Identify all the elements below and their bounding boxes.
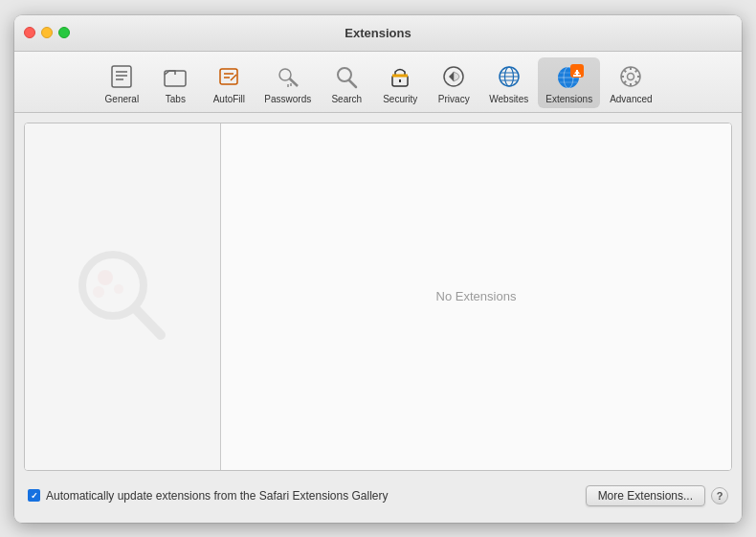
tab-passwords[interactable]: Passwords [256,57,319,108]
title-bar: Extensions [14,15,742,52]
tab-autofill-label: AutoFill [213,94,245,104]
passwords-icon [273,61,303,92]
advanced-icon [615,61,646,92]
tab-search[interactable]: Search [321,57,372,108]
tab-search-label: Search [331,94,362,104]
search-icon [331,61,362,92]
right-panel: No Extensions [221,123,731,470]
tab-extensions-label: Extensions [545,94,592,104]
privacy-icon [438,61,469,92]
svg-point-44 [114,284,123,294]
bottom-left: ✓ Automatically update extensions from t… [28,489,389,503]
empty-state-magnifier [65,239,180,354]
left-panel [25,123,221,470]
panels: No Extensions [24,123,732,471]
tab-privacy[interactable]: Privacy [428,57,479,108]
window: Extensions General Ta [14,15,742,523]
traffic-lights [24,27,70,38]
tab-websites-label: Websites [489,94,528,104]
svg-point-43 [98,270,113,285]
minimize-button[interactable] [41,27,53,38]
svg-line-38 [635,80,637,82]
maximize-button[interactable] [58,27,70,38]
tabs-icon [160,61,190,92]
svg-line-39 [635,70,637,72]
extensions-icon [554,61,585,92]
content-area: No Extensions ✓ Automatically update ext… [14,113,742,523]
security-icon [385,61,415,92]
tab-advanced-label: Advanced [610,94,652,104]
tab-privacy-label: Privacy [438,94,470,104]
no-extensions-label: No Extensions [436,289,517,303]
auto-update-checkbox-container[interactable]: ✓ Automatically update extensions from t… [28,489,389,503]
svg-line-42 [135,308,161,335]
tab-security[interactable]: Security [374,57,426,108]
tab-general[interactable]: General [96,57,147,108]
tab-security-label: Security [383,94,417,104]
window-title: Extensions [345,26,411,40]
tab-autofill[interactable]: AutoFill [203,57,255,108]
help-button[interactable]: ? [711,487,728,504]
svg-rect-0 [112,66,131,87]
tab-passwords-label: Passwords [264,94,311,104]
svg-point-45 [93,286,104,298]
autofill-icon [213,61,244,92]
more-extensions-button[interactable]: More Extensions... [586,485,705,506]
toolbar: General Tabs AutoFill [14,52,742,113]
tab-tabs[interactable]: Tabs [149,57,201,108]
checkmark-icon: ✓ [31,491,38,501]
svg-line-40 [624,80,626,82]
right-panel-inner: No Extensions [221,123,731,470]
tab-websites[interactable]: Websites [481,57,536,108]
svg-point-8 [279,69,291,80]
svg-line-13 [349,80,356,87]
tab-advanced[interactable]: Advanced [602,57,659,108]
tab-extensions[interactable]: Extensions [538,57,600,108]
close-button[interactable] [24,27,35,38]
svg-point-32 [628,73,634,79]
svg-line-37 [624,70,626,72]
general-icon [106,61,137,92]
tab-tabs-label: Tabs [166,94,186,104]
websites-icon [494,61,524,92]
bottom-right: More Extensions... ? [586,485,728,506]
tab-general-label: General [105,94,140,104]
bottom-bar: ✓ Automatically update extensions from t… [24,479,732,513]
auto-update-checkbox[interactable]: ✓ [28,489,40,502]
auto-update-label: Automatically update extensions from the… [46,489,389,503]
